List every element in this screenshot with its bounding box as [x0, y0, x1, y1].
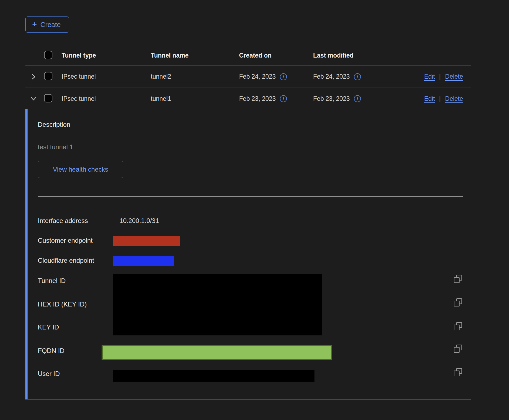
edit-link[interactable]: Edit — [424, 73, 435, 80]
info-icon[interactable]: i — [354, 73, 361, 80]
hex-id-label: HEX ID (KEY ID) — [38, 301, 87, 308]
tunnels-table: Tunnel type Tunnel name Created on Last … — [25, 45, 471, 109]
header-tunnel-type: Tunnel type — [62, 52, 151, 59]
info-icon[interactable]: i — [354, 95, 361, 102]
cell-last-modified: Feb 23, 2023 — [313, 95, 350, 102]
cloudflare-endpoint-redaction — [113, 256, 174, 266]
table-row: IPsec tunnel tunnel2 Feb 24, 2023 i Feb … — [25, 66, 471, 88]
table-row: IPsec tunnel tunnel1 Feb 23, 2023 i Feb … — [25, 88, 471, 109]
copy-key-id-icon[interactable] — [453, 322, 463, 331]
user-id-redaction — [113, 370, 314, 382]
view-health-checks-button[interactable]: View health checks — [38, 161, 123, 178]
tunnels-page: + Create Tunnel type Tunnel name Created… — [0, 0, 509, 420]
description-value: test tunnel 1 — [38, 143, 73, 151]
user-id-label: User ID — [38, 370, 60, 378]
tunnel-id-label: Tunnel ID — [38, 277, 66, 285]
copy-hex-id-icon[interactable] — [453, 298, 463, 307]
collapse-row-button[interactable] — [30, 95, 44, 102]
create-button[interactable]: + Create — [25, 16, 69, 33]
delete-link[interactable]: Delete — [445, 95, 463, 102]
action-separator: | — [439, 73, 441, 80]
cloudflare-endpoint-label: Cloudflare endpoint — [38, 257, 94, 264]
header-created-on: Created on — [239, 52, 313, 59]
row-checkbox[interactable] — [44, 72, 52, 80]
chevron-right-icon — [30, 73, 37, 81]
cell-created-on: Feb 23, 2023 — [239, 95, 276, 102]
cell-tunnel-type: IPsec tunnel — [62, 73, 151, 80]
create-button-label: Create — [41, 21, 61, 29]
header-last-modified: Last modified — [313, 52, 394, 59]
info-icon[interactable]: i — [280, 73, 287, 80]
delete-link[interactable]: Delete — [445, 73, 463, 80]
plus-icon: + — [32, 20, 37, 28]
ids-redaction — [113, 274, 322, 335]
cell-tunnel-name: tunnel2 — [151, 73, 239, 80]
section-divider — [38, 196, 463, 197]
copy-user-id-icon[interactable] — [453, 368, 463, 377]
customer-endpoint-label: Customer endpoint — [38, 237, 93, 244]
table-header-row: Tunnel type Tunnel name Created on Last … — [25, 45, 471, 65]
panel-bottom-divider — [25, 399, 471, 400]
row-checkbox[interactable] — [44, 94, 52, 102]
tunnel-detail-panel: Description test tunnel 1 View health ch… — [25, 109, 471, 399]
cell-tunnel-type: IPsec tunnel — [62, 95, 151, 102]
header-tunnel-name: Tunnel name — [151, 52, 239, 59]
select-all-checkbox[interactable] — [44, 51, 52, 59]
fqdn-id-redaction — [102, 345, 332, 360]
fqdn-id-label: FQDN ID — [38, 347, 65, 355]
copy-fqdn-id-icon[interactable] — [453, 344, 463, 353]
action-separator: | — [439, 95, 441, 102]
description-label: Description — [38, 121, 70, 128]
interface-address-label: Interface address — [38, 217, 88, 225]
cell-created-on: Feb 24, 2023 — [239, 73, 276, 80]
customer-endpoint-redaction — [113, 236, 180, 246]
cell-last-modified: Feb 24, 2023 — [313, 73, 350, 80]
interface-address-value: 10.200.1.0/31 — [119, 217, 159, 225]
info-icon[interactable]: i — [280, 95, 287, 102]
expand-row-button[interactable] — [30, 73, 44, 81]
chevron-down-icon — [30, 95, 37, 102]
key-id-label: KEY ID — [38, 324, 59, 331]
copy-tunnel-id-icon[interactable] — [453, 274, 463, 284]
edit-link[interactable]: Edit — [424, 95, 435, 102]
cell-tunnel-name: tunnel1 — [151, 95, 239, 102]
